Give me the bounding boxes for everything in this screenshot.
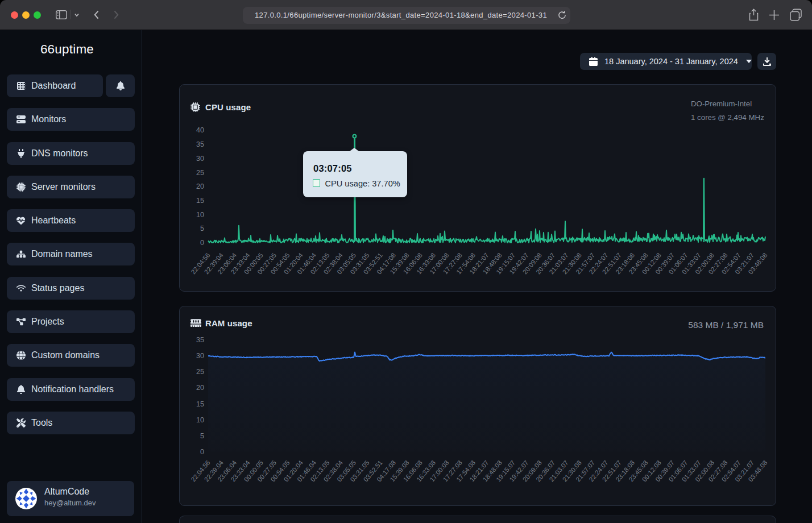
svg-text:20: 20 [196, 384, 204, 392]
svg-text:35: 35 [196, 140, 204, 148]
svg-text:40: 40 [196, 126, 204, 134]
svg-text:5: 5 [200, 225, 204, 233]
svg-text:15: 15 [196, 400, 204, 408]
svg-text:35: 35 [196, 336, 204, 344]
svg-text:10: 10 [196, 416, 204, 424]
svg-text:15: 15 [196, 197, 204, 205]
svg-text:0: 0 [200, 239, 204, 247]
svg-text:25: 25 [196, 368, 204, 376]
svg-text:5: 5 [200, 431, 204, 439]
svg-text:25: 25 [196, 169, 204, 177]
svg-text:30: 30 [196, 155, 204, 163]
svg-text:0: 0 [200, 447, 204, 455]
svg-text:10: 10 [196, 211, 204, 219]
svg-text:20: 20 [196, 182, 204, 190]
svg-text:30: 30 [196, 352, 204, 360]
